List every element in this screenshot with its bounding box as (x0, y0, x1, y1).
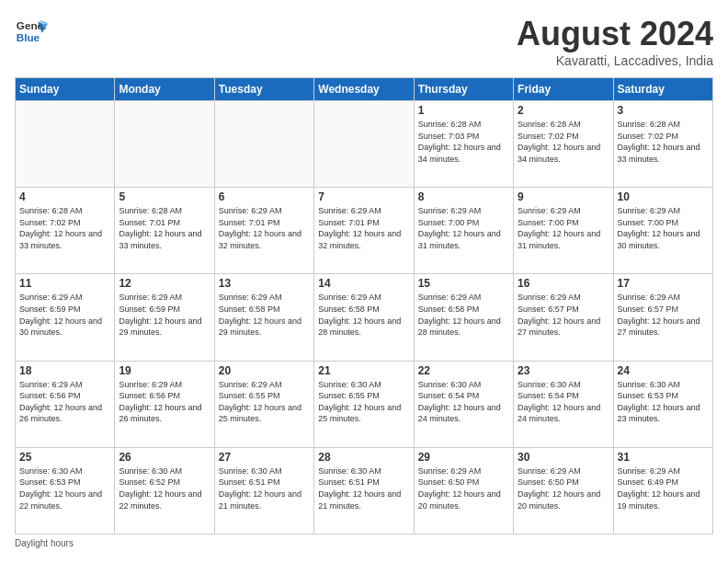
day-info: Sunrise: 6:28 AM Sunset: 7:03 PM Dayligh… (418, 119, 509, 165)
day-info: Sunrise: 6:29 AM Sunset: 6:50 PM Dayligh… (518, 465, 609, 511)
header: General Blue August 2024 Kavaratti, Lacc… (15, 15, 713, 68)
calendar-cell: 5Sunrise: 6:28 AM Sunset: 7:01 PM Daylig… (115, 188, 214, 274)
calendar-week-5: 25Sunrise: 6:30 AM Sunset: 6:53 PM Dayli… (16, 447, 713, 534)
calendar-cell: 19Sunrise: 6:29 AM Sunset: 6:56 PM Dayli… (115, 361, 214, 447)
day-info: Sunrise: 6:29 AM Sunset: 6:58 PM Dayligh… (318, 292, 409, 338)
calendar-cell: 24Sunrise: 6:30 AM Sunset: 6:53 PM Dayli… (613, 361, 712, 447)
day-number: 16 (518, 277, 609, 290)
day-number: 29 (418, 451, 509, 464)
day-number: 3 (618, 104, 709, 117)
footer-note: Daylight hours (15, 538, 713, 548)
day-number: 28 (318, 451, 409, 464)
day-info: Sunrise: 6:30 AM Sunset: 6:53 PM Dayligh… (618, 379, 709, 425)
day-number: 15 (418, 277, 509, 290)
day-number: 8 (418, 190, 509, 203)
day-number: 27 (219, 451, 310, 464)
calendar-cell: 16Sunrise: 6:29 AM Sunset: 6:57 PM Dayli… (514, 274, 613, 361)
day-info: Sunrise: 6:30 AM Sunset: 6:51 PM Dayligh… (318, 465, 409, 511)
day-number: 9 (518, 190, 609, 203)
day-number: 7 (318, 190, 409, 203)
day-info: Sunrise: 6:29 AM Sunset: 7:00 PM Dayligh… (518, 205, 609, 251)
calendar-week-1: 1Sunrise: 6:28 AM Sunset: 7:03 PM Daylig… (16, 101, 713, 188)
col-header-saturday: Saturday (613, 78, 712, 101)
calendar-cell: 18Sunrise: 6:29 AM Sunset: 6:56 PM Dayli… (16, 361, 115, 447)
day-number: 17 (618, 277, 709, 290)
day-info: Sunrise: 6:29 AM Sunset: 7:00 PM Dayligh… (418, 205, 509, 251)
day-info: Sunrise: 6:29 AM Sunset: 6:49 PM Dayligh… (618, 465, 709, 511)
day-info: Sunrise: 6:28 AM Sunset: 7:02 PM Dayligh… (618, 119, 709, 165)
day-number: 12 (119, 277, 210, 290)
day-info: Sunrise: 6:28 AM Sunset: 7:02 PM Dayligh… (19, 205, 110, 251)
day-info: Sunrise: 6:29 AM Sunset: 6:56 PM Dayligh… (119, 379, 210, 425)
calendar-cell: 14Sunrise: 6:29 AM Sunset: 6:58 PM Dayli… (314, 274, 414, 361)
day-info: Sunrise: 6:29 AM Sunset: 6:57 PM Dayligh… (618, 292, 709, 338)
day-info: Sunrise: 6:29 AM Sunset: 6:58 PM Dayligh… (418, 292, 509, 338)
calendar-cell: 11Sunrise: 6:29 AM Sunset: 6:59 PM Dayli… (16, 274, 115, 361)
calendar-cell: 20Sunrise: 6:29 AM Sunset: 6:55 PM Dayli… (214, 361, 313, 447)
day-info: Sunrise: 6:29 AM Sunset: 7:01 PM Dayligh… (318, 205, 409, 251)
month-title: August 2024 (517, 15, 713, 53)
calendar-cell: 6Sunrise: 6:29 AM Sunset: 7:01 PM Daylig… (214, 188, 313, 274)
day-number: 1 (418, 104, 509, 117)
calendar-cell: 1Sunrise: 6:28 AM Sunset: 7:03 PM Daylig… (414, 101, 513, 188)
col-header-sunday: Sunday (16, 78, 115, 101)
calendar-cell: 25Sunrise: 6:30 AM Sunset: 6:53 PM Dayli… (16, 447, 115, 534)
day-number: 5 (119, 190, 210, 203)
day-info: Sunrise: 6:30 AM Sunset: 6:53 PM Dayligh… (19, 465, 110, 511)
day-info: Sunrise: 6:29 AM Sunset: 6:50 PM Dayligh… (418, 465, 509, 511)
day-info: Sunrise: 6:29 AM Sunset: 6:58 PM Dayligh… (219, 292, 310, 338)
calendar-week-4: 18Sunrise: 6:29 AM Sunset: 6:56 PM Dayli… (16, 361, 713, 447)
day-number: 30 (518, 451, 609, 464)
col-header-wednesday: Wednesday (314, 78, 414, 101)
calendar-cell: 21Sunrise: 6:30 AM Sunset: 6:55 PM Dayli… (314, 361, 414, 447)
calendar-cell: 10Sunrise: 6:29 AM Sunset: 7:00 PM Dayli… (613, 188, 712, 274)
day-number: 23 (518, 364, 609, 377)
calendar-cell (16, 101, 115, 188)
day-number: 6 (219, 190, 310, 203)
day-number: 20 (219, 364, 310, 377)
calendar-cell: 23Sunrise: 6:30 AM Sunset: 6:54 PM Dayli… (514, 361, 613, 447)
calendar-cell: 29Sunrise: 6:29 AM Sunset: 6:50 PM Dayli… (414, 447, 513, 534)
day-number: 24 (618, 364, 709, 377)
calendar-cell: 26Sunrise: 6:30 AM Sunset: 6:52 PM Dayli… (115, 447, 214, 534)
day-info: Sunrise: 6:30 AM Sunset: 6:54 PM Dayligh… (418, 379, 509, 425)
day-info: Sunrise: 6:29 AM Sunset: 6:56 PM Dayligh… (19, 379, 110, 425)
day-info: Sunrise: 6:30 AM Sunset: 6:54 PM Dayligh… (518, 379, 609, 425)
day-info: Sunrise: 6:29 AM Sunset: 6:59 PM Dayligh… (19, 292, 110, 338)
subtitle: Kavaratti, Laccadives, India (517, 53, 713, 68)
day-number: 25 (19, 451, 110, 464)
col-header-thursday: Thursday (414, 78, 513, 101)
calendar-cell: 7Sunrise: 6:29 AM Sunset: 7:01 PM Daylig… (314, 188, 414, 274)
day-info: Sunrise: 6:29 AM Sunset: 6:55 PM Dayligh… (219, 379, 310, 425)
day-number: 11 (19, 277, 110, 290)
calendar-cell (314, 101, 414, 188)
logo: General Blue (15, 15, 48, 48)
day-info: Sunrise: 6:29 AM Sunset: 7:01 PM Dayligh… (219, 205, 310, 251)
calendar-cell (115, 101, 214, 188)
calendar-cell: 4Sunrise: 6:28 AM Sunset: 7:02 PM Daylig… (16, 188, 115, 274)
day-number: 18 (19, 364, 110, 377)
day-info: Sunrise: 6:29 AM Sunset: 7:00 PM Dayligh… (618, 205, 709, 251)
col-header-friday: Friday (514, 78, 613, 101)
calendar-cell: 3Sunrise: 6:28 AM Sunset: 7:02 PM Daylig… (613, 101, 712, 188)
day-number: 31 (618, 451, 709, 464)
day-info: Sunrise: 6:29 AM Sunset: 6:59 PM Dayligh… (119, 292, 210, 338)
calendar-table: SundayMondayTuesdayWednesdayThursdayFrid… (15, 77, 713, 534)
day-number: 22 (418, 364, 509, 377)
calendar-cell: 15Sunrise: 6:29 AM Sunset: 6:58 PM Dayli… (414, 274, 513, 361)
calendar-cell: 17Sunrise: 6:29 AM Sunset: 6:57 PM Dayli… (613, 274, 712, 361)
calendar-cell: 12Sunrise: 6:29 AM Sunset: 6:59 PM Dayli… (115, 274, 214, 361)
calendar-cell: 2Sunrise: 6:28 AM Sunset: 7:02 PM Daylig… (514, 101, 613, 188)
day-number: 14 (318, 277, 409, 290)
day-number: 4 (19, 190, 110, 203)
day-info: Sunrise: 6:29 AM Sunset: 6:57 PM Dayligh… (518, 292, 609, 338)
title-block: August 2024 Kavaratti, Laccadives, India (517, 15, 713, 68)
svg-text:Blue: Blue (17, 31, 40, 43)
day-info: Sunrise: 6:30 AM Sunset: 6:52 PM Dayligh… (119, 465, 210, 511)
calendar-cell: 30Sunrise: 6:29 AM Sunset: 6:50 PM Dayli… (514, 447, 613, 534)
day-info: Sunrise: 6:30 AM Sunset: 6:51 PM Dayligh… (219, 465, 310, 511)
calendar-cell: 27Sunrise: 6:30 AM Sunset: 6:51 PM Dayli… (214, 447, 313, 534)
calendar-cell (214, 101, 313, 188)
day-number: 2 (518, 104, 609, 117)
calendar-cell: 8Sunrise: 6:29 AM Sunset: 7:00 PM Daylig… (414, 188, 513, 274)
